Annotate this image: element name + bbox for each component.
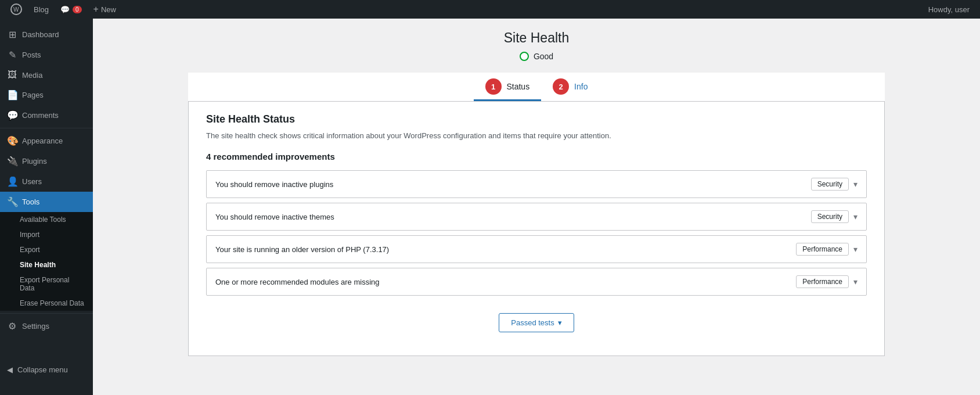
- chevron-down-icon-3: ▾: [853, 245, 858, 254]
- issue-inactive-themes-title: You should remove inactive themes: [215, 213, 811, 221]
- submenu-import[interactable]: Import: [0, 227, 93, 242]
- tools-icon: 🔧: [7, 196, 17, 207]
- status-tab-label: Status: [506, 82, 529, 91]
- howdy-text: Howdy, user: [928, 5, 975, 14]
- svg-text:W: W: [13, 6, 19, 13]
- sidebar-pages-label: Pages: [22, 91, 44, 99]
- tab-status[interactable]: 1 Status: [474, 73, 542, 101]
- submenu-site-health[interactable]: Site Health: [0, 257, 93, 272]
- sidebar-item-plugins[interactable]: 🔌 Plugins: [0, 151, 93, 171]
- sidebar-media-label: Media: [22, 71, 42, 80]
- issue-inactive-plugins-badge: Security: [811, 178, 849, 191]
- passed-tests-button[interactable]: Passed tests ▾: [499, 313, 574, 332]
- submenu-available-tools[interactable]: Available Tools: [0, 212, 93, 227]
- sidebar-settings-label: Settings: [22, 322, 49, 331]
- health-circle-icon: [520, 52, 529, 61]
- issue-inactive-plugins: You should remove inactive plugins Secur…: [206, 170, 867, 198]
- submenu-export-personal-data[interactable]: Export Personal Data: [0, 272, 93, 296]
- health-status-label: Good: [534, 52, 553, 61]
- sidebar-item-posts[interactable]: ✎ Posts: [0, 45, 93, 65]
- comments-button[interactable]: 💬 0: [55, 0, 88, 19]
- issue-missing-modules-badge: Performance: [796, 275, 849, 288]
- sidebar-item-comments[interactable]: 💬 Comments: [0, 105, 93, 125]
- issue-missing-modules: One or more recommended modules are miss…: [206, 268, 867, 296]
- issue-php-version-header[interactable]: Your site is running an older version of…: [207, 236, 866, 263]
- issue-php-version-title: Your site is running an older version of…: [215, 245, 796, 254]
- admin-bar: W Blog 💬 0 + New Howdy, user: [0, 0, 980, 19]
- admin-sidebar: ⊞ Dashboard ✎ Posts 🖼 Media 📄 Pages 💬 Co…: [0, 19, 93, 395]
- passed-tests-label: Passed tests: [511, 318, 554, 327]
- issue-php-version-badge: Performance: [796, 243, 849, 256]
- info-tab-label: Info: [574, 82, 588, 91]
- site-health-content: Site Health Status The site health check…: [188, 102, 885, 356]
- submenu-erase-personal-data[interactable]: Erase Personal Data: [0, 296, 93, 311]
- tools-submenu: Available Tools Import Export Site Healt…: [0, 212, 93, 311]
- main-content: Site Health Good 1 Status 2 Info Site He…: [93, 19, 980, 395]
- settings-icon: ⚙: [7, 321, 17, 332]
- plus-icon: +: [93, 4, 99, 15]
- chevron-down-icon-2: ▾: [853, 212, 858, 221]
- new-label: New: [101, 5, 116, 14]
- collapse-icon: ◀: [7, 365, 13, 374]
- passed-tests-chevron-icon: ▾: [558, 318, 562, 327]
- sidebar-tools-label: Tools: [22, 198, 39, 206]
- improvements-title: 4 recommended improvements: [206, 152, 867, 161]
- sidebar-item-dashboard[interactable]: ⊞ Dashboard: [0, 24, 93, 45]
- sidebar-item-tools[interactable]: 🔧 Tools: [0, 192, 93, 212]
- issue-missing-modules-header[interactable]: One or more recommended modules are miss…: [207, 268, 866, 295]
- media-icon: 🖼: [7, 70, 17, 80]
- page-title: Site Health: [188, 30, 885, 46]
- appearance-icon: 🎨: [7, 135, 17, 146]
- new-content-button[interactable]: + New: [88, 0, 122, 19]
- chevron-down-icon-4: ▾: [853, 277, 858, 286]
- comment-count: 0: [73, 6, 82, 13]
- collapse-menu-button[interactable]: ◀ Collapse menu: [0, 360, 93, 380]
- issue-missing-modules-title: One or more recommended modules are miss…: [215, 278, 796, 286]
- section-description: The site health check shows critical inf…: [206, 131, 867, 140]
- sidebar-users-label: Users: [22, 177, 42, 186]
- issue-inactive-themes: You should remove inactive themes Securi…: [206, 203, 867, 231]
- dashboard-icon: ⊞: [7, 29, 17, 40]
- status-tab-number: 1: [485, 78, 502, 95]
- tab-info[interactable]: 2 Info: [541, 73, 599, 101]
- comments-icon: 💬: [60, 5, 70, 14]
- blog-label: Blog: [34, 5, 49, 14]
- wp-logo-button[interactable]: W: [5, 0, 28, 19]
- issue-inactive-themes-header[interactable]: You should remove inactive themes Securi…: [207, 203, 866, 230]
- sidebar-appearance-label: Appearance: [22, 137, 63, 145]
- pages-icon: 📄: [7, 89, 17, 100]
- comments-nav-icon: 💬: [7, 110, 17, 121]
- tab-bar: 1 Status 2 Info: [188, 73, 885, 102]
- posts-icon: ✎: [7, 49, 17, 60]
- submenu-export[interactable]: Export: [0, 242, 93, 257]
- section-title: Site Health Status: [206, 113, 867, 125]
- blog-button[interactable]: Blog: [28, 0, 55, 19]
- sidebar-item-pages[interactable]: 📄 Pages: [0, 85, 93, 105]
- issue-php-version: Your site is running an older version of…: [206, 235, 867, 263]
- issue-inactive-plugins-header[interactable]: You should remove inactive plugins Secur…: [207, 171, 866, 198]
- info-tab-number: 2: [553, 78, 569, 95]
- sidebar-posts-label: Posts: [22, 51, 41, 59]
- issue-inactive-plugins-title: You should remove inactive plugins: [215, 180, 811, 189]
- passed-tests-section: Passed tests ▾: [206, 313, 867, 344]
- sidebar-item-appearance[interactable]: 🎨 Appearance: [0, 131, 93, 151]
- sidebar-item-media[interactable]: 🖼 Media: [0, 65, 93, 85]
- sidebar-item-users[interactable]: 👤 Users: [0, 171, 93, 192]
- health-status-indicator: Good: [188, 52, 885, 61]
- users-icon: 👤: [7, 176, 17, 187]
- collapse-label: Collapse menu: [17, 365, 68, 374]
- sidebar-dashboard-label: Dashboard: [22, 30, 59, 39]
- plugins-icon: 🔌: [7, 156, 17, 167]
- issue-inactive-themes-badge: Security: [811, 210, 849, 223]
- chevron-down-icon: ▾: [853, 179, 858, 189]
- sidebar-comments-label: Comments: [22, 111, 59, 120]
- sidebar-plugins-label: Plugins: [22, 157, 47, 166]
- sidebar-item-settings[interactable]: ⚙ Settings: [0, 316, 93, 336]
